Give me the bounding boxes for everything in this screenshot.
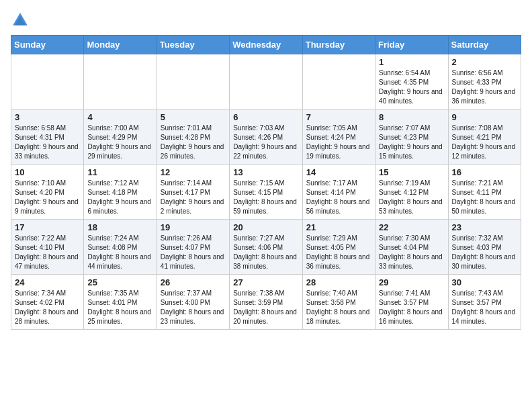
day-number: 13 — [233, 167, 298, 177]
calendar-cell: 14Sunrise: 7:17 AMSunset: 4:14 PMDayligh… — [302, 165, 375, 220]
day-info: Sunrise: 7:30 AMSunset: 4:04 PMDaylight:… — [379, 234, 443, 270]
calendar-cell — [84, 54, 157, 109]
day-info: Sunrise: 7:17 AMSunset: 4:14 PMDaylight:… — [306, 179, 370, 215]
day-number: 14 — [306, 167, 371, 177]
day-info: Sunrise: 7:01 AMSunset: 4:28 PMDaylight:… — [161, 124, 224, 160]
calendar-cell: 27Sunrise: 7:38 AMSunset: 3:59 PMDayligh… — [230, 275, 302, 330]
day-number: 23 — [452, 222, 517, 232]
day-number: 29 — [379, 277, 444, 287]
weekday-header: Sunday — [11, 36, 84, 54]
calendar-cell: 18Sunrise: 7:24 AMSunset: 4:08 PMDayligh… — [84, 220, 157, 275]
weekday-header: Friday — [375, 36, 448, 54]
calendar-cell: 21Sunrise: 7:29 AMSunset: 4:05 PMDayligh… — [302, 220, 375, 275]
calendar-cell: 29Sunrise: 7:41 AMSunset: 3:57 PMDayligh… — [375, 275, 448, 330]
calendar-cell: 16Sunrise: 7:21 AMSunset: 4:11 PMDayligh… — [448, 165, 521, 220]
day-number: 28 — [306, 277, 371, 287]
calendar-week-row: 10Sunrise: 7:10 AMSunset: 4:20 PMDayligh… — [11, 165, 521, 220]
day-number: 12 — [161, 167, 226, 177]
day-info: Sunrise: 7:27 AMSunset: 4:06 PMDaylight:… — [233, 234, 297, 270]
calendar-cell: 10Sunrise: 7:10 AMSunset: 4:20 PMDayligh… — [11, 165, 84, 220]
calendar-cell: 25Sunrise: 7:35 AMSunset: 4:01 PMDayligh… — [84, 275, 157, 330]
page-header — [11, 11, 521, 30]
day-info: Sunrise: 7:37 AMSunset: 4:00 PMDaylight:… — [161, 289, 224, 325]
day-info: Sunrise: 7:07 AMSunset: 4:23 PMDaylight:… — [379, 124, 443, 160]
day-number: 2 — [452, 57, 517, 67]
calendar-week-row: 3Sunrise: 6:58 AMSunset: 4:31 PMDaylight… — [11, 109, 521, 165]
calendar-cell: 5Sunrise: 7:01 AMSunset: 4:28 PMDaylight… — [157, 109, 229, 165]
day-number: 3 — [15, 112, 80, 122]
calendar-cell: 28Sunrise: 7:40 AMSunset: 3:58 PMDayligh… — [302, 275, 375, 330]
day-info: Sunrise: 7:43 AMSunset: 3:57 PMDaylight:… — [452, 289, 516, 325]
day-number: 4 — [87, 112, 152, 122]
calendar-cell: 7Sunrise: 7:05 AMSunset: 4:24 PMDaylight… — [302, 109, 375, 165]
day-info: Sunrise: 7:14 AMSunset: 4:17 PMDaylight:… — [161, 179, 224, 215]
calendar-cell: 13Sunrise: 7:15 AMSunset: 4:15 PMDayligh… — [230, 165, 302, 220]
day-info: Sunrise: 7:38 AMSunset: 3:59 PMDaylight:… — [233, 289, 297, 325]
calendar-table: SundayMondayTuesdayWednesdayThursdayFrid… — [11, 35, 521, 330]
calendar-cell: 22Sunrise: 7:30 AMSunset: 4:04 PMDayligh… — [375, 220, 448, 275]
calendar-cell: 9Sunrise: 7:08 AMSunset: 4:21 PMDaylight… — [448, 109, 521, 165]
day-info: Sunrise: 7:21 AMSunset: 4:11 PMDaylight:… — [452, 179, 516, 215]
calendar-header-row: SundayMondayTuesdayWednesdayThursdayFrid… — [11, 36, 521, 54]
day-number: 25 — [87, 277, 152, 287]
calendar-cell: 1Sunrise: 6:54 AMSunset: 4:35 PMDaylight… — [375, 54, 448, 109]
calendar-cell: 15Sunrise: 7:19 AMSunset: 4:12 PMDayligh… — [375, 165, 448, 220]
day-number: 16 — [452, 167, 517, 177]
day-info: Sunrise: 7:08 AMSunset: 4:21 PMDaylight:… — [452, 124, 516, 160]
calendar-cell — [302, 54, 375, 109]
calendar-cell: 20Sunrise: 7:27 AMSunset: 4:06 PMDayligh… — [230, 220, 302, 275]
day-number: 10 — [15, 167, 80, 177]
day-info: Sunrise: 7:05 AMSunset: 4:24 PMDaylight:… — [306, 124, 370, 160]
day-number: 20 — [233, 222, 298, 232]
calendar-cell: 8Sunrise: 7:07 AMSunset: 4:23 PMDaylight… — [375, 109, 448, 165]
day-number: 5 — [161, 112, 226, 122]
calendar-cell: 4Sunrise: 7:00 AMSunset: 4:29 PMDaylight… — [84, 109, 157, 165]
calendar-cell — [230, 54, 302, 109]
calendar-cell: 17Sunrise: 7:22 AMSunset: 4:10 PMDayligh… — [11, 220, 84, 275]
day-number: 30 — [452, 277, 517, 287]
day-info: Sunrise: 7:32 AMSunset: 4:03 PMDaylight:… — [452, 234, 516, 270]
day-number: 15 — [379, 167, 444, 177]
weekday-header: Tuesday — [157, 36, 229, 54]
day-info: Sunrise: 7:22 AMSunset: 4:10 PMDaylight:… — [15, 234, 79, 270]
day-info: Sunrise: 7:03 AMSunset: 4:26 PMDaylight:… — [233, 124, 297, 160]
day-info: Sunrise: 7:10 AMSunset: 4:20 PMDaylight:… — [15, 179, 79, 215]
calendar-cell: 12Sunrise: 7:14 AMSunset: 4:17 PMDayligh… — [157, 165, 229, 220]
calendar-cell: 24Sunrise: 7:34 AMSunset: 4:02 PMDayligh… — [11, 275, 84, 330]
calendar-cell: 26Sunrise: 7:37 AMSunset: 4:00 PMDayligh… — [157, 275, 229, 330]
day-number: 24 — [15, 277, 80, 287]
calendar-cell: 3Sunrise: 6:58 AMSunset: 4:31 PMDaylight… — [11, 109, 84, 165]
day-info: Sunrise: 7:15 AMSunset: 4:15 PMDaylight:… — [233, 179, 297, 215]
day-info: Sunrise: 7:29 AMSunset: 4:05 PMDaylight:… — [306, 234, 370, 270]
day-info: Sunrise: 7:40 AMSunset: 3:58 PMDaylight:… — [306, 289, 370, 325]
day-number: 8 — [379, 112, 444, 122]
logo-icon — [11, 11, 30, 30]
day-info: Sunrise: 6:56 AMSunset: 4:33 PMDaylight:… — [452, 69, 516, 105]
calendar-cell — [157, 54, 229, 109]
calendar-cell: 6Sunrise: 7:03 AMSunset: 4:26 PMDaylight… — [230, 109, 302, 165]
calendar-week-row: 24Sunrise: 7:34 AMSunset: 4:02 PMDayligh… — [11, 275, 521, 330]
day-info: Sunrise: 7:24 AMSunset: 4:08 PMDaylight:… — [87, 234, 151, 270]
day-info: Sunrise: 6:58 AMSunset: 4:31 PMDaylight:… — [15, 124, 79, 160]
day-info: Sunrise: 6:54 AMSunset: 4:35 PMDaylight:… — [379, 69, 443, 105]
calendar-week-row: 1Sunrise: 6:54 AMSunset: 4:35 PMDaylight… — [11, 54, 521, 109]
day-number: 21 — [306, 222, 371, 232]
day-number: 7 — [306, 112, 371, 122]
logo — [11, 11, 32, 30]
day-number: 1 — [379, 57, 444, 67]
day-number: 9 — [452, 112, 517, 122]
calendar-cell: 23Sunrise: 7:32 AMSunset: 4:03 PMDayligh… — [448, 220, 521, 275]
weekday-header: Wednesday — [230, 36, 302, 54]
calendar-week-row: 17Sunrise: 7:22 AMSunset: 4:10 PMDayligh… — [11, 220, 521, 275]
day-number: 11 — [87, 167, 152, 177]
day-number: 27 — [233, 277, 298, 287]
day-number: 26 — [161, 277, 226, 287]
day-number: 6 — [233, 112, 298, 122]
day-info: Sunrise: 7:12 AMSunset: 4:18 PMDaylight:… — [87, 179, 151, 215]
day-number: 18 — [87, 222, 152, 232]
weekday-header: Thursday — [302, 36, 375, 54]
day-info: Sunrise: 7:41 AMSunset: 3:57 PMDaylight:… — [379, 289, 443, 325]
weekday-header: Saturday — [448, 36, 521, 54]
day-number: 22 — [379, 222, 444, 232]
calendar-cell — [11, 54, 84, 109]
